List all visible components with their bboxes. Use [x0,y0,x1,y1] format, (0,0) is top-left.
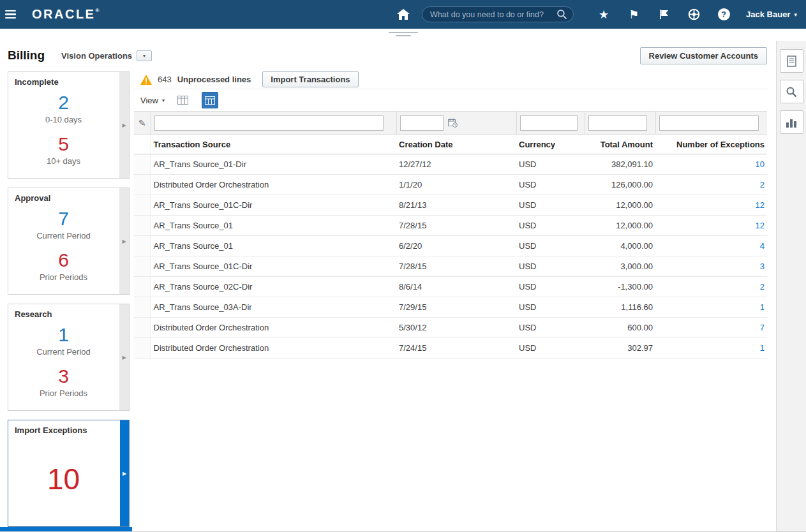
infotile-next-arrow[interactable]: ▶ [119,188,129,294]
registered-mark: ® [95,8,99,13]
row-select-cell[interactable] [134,216,151,236]
exceptions-count-link[interactable]: 12 [756,200,765,210]
business-unit-selector[interactable]: Vision Operations ▾ [61,50,152,61]
watchlist-button[interactable]: ⚑ [625,6,642,24]
exceptions-count-link[interactable]: 10 [756,159,765,169]
infotile[interactable]: Research 1 Current Period 3 Prior Period… [8,304,130,411]
global-search[interactable] [422,6,574,22]
infotile-next-arrow[interactable]: ▶ [119,72,129,178]
row-select-cell[interactable] [134,175,151,195]
row-select-cell[interactable] [134,154,151,175]
cell-currency: USD [516,175,585,195]
row-select-cell[interactable] [134,256,151,277]
tasks-panel-button[interactable] [780,49,803,73]
cell-total-amount: 600.00 [585,318,655,338]
exceptions-count-link[interactable]: 7 [760,323,765,332]
infotile[interactable]: Incomplete 2 0-10 days 5 10+ days ▶ [8,71,130,179]
user-menu[interactable]: Jack Bauer ▾ [746,10,797,19]
table-row[interactable]: AR_Trans Source_01C-Dir 8/21/13 USD 12,0… [134,195,767,216]
filter-cell-amount [585,112,655,135]
view-menu-button[interactable]: View ▾ [140,96,165,105]
row-select-cell[interactable] [134,277,151,297]
table-row[interactable]: Distributed Order Orchestration 1/1/20 U… [134,175,767,195]
cell-transaction-source: AR_Trans Source_01 [151,236,396,256]
cell-number-of-exceptions: 10 [655,154,767,175]
user-name: Jack Bauer [746,10,790,19]
infotile-title: Research [15,309,112,319]
search-panel-button[interactable] [780,80,803,103]
table-row[interactable]: AR_Trans Source_03A-Dir 7/29/15 USD 1,11… [134,297,767,318]
row-select-cell[interactable] [134,236,151,256]
table-filter-row: ✎ [134,112,767,135]
favorites-button[interactable]: ★ [595,6,612,24]
stat-value-primary: 1 [58,324,69,346]
table-row[interactable]: AR_Trans Source_02C-Dir 8/6/14 USD -1,30… [134,277,767,297]
filter-currency-input[interactable] [520,115,578,131]
column-transaction-source[interactable]: Transaction Source [151,135,396,154]
cell-total-amount: 3,000.00 [585,256,655,277]
review-customer-accounts-button[interactable]: Review Customer Accounts [640,47,767,64]
filter-creation-date-input[interactable] [400,115,444,131]
infotile-next-arrow[interactable]: ▶ [119,304,129,410]
home-button[interactable] [395,6,412,24]
exceptions-count-link[interactable]: 4 [760,241,765,251]
table-row[interactable]: Distributed Order Orchestration 5/30/12 … [134,318,767,338]
column-currency[interactable]: Currency [516,135,585,154]
accessibility-button[interactable] [685,6,702,24]
filter-grid-icon [205,96,215,105]
column-total-amount[interactable]: Total Amount [585,135,655,154]
home-icon [397,9,410,20]
table-grid-icon [177,96,188,105]
help-button[interactable]: ? [715,6,732,24]
query-by-example-toggle[interactable] [202,92,218,108]
exceptions-count-link[interactable]: 2 [760,180,765,189]
infotile-title: Incomplete [15,77,112,87]
warning-icon [140,75,152,85]
cell-number-of-exceptions: 12 [655,195,767,216]
exceptions-count-link[interactable]: 1 [760,302,765,312]
exceptions-count-link[interactable]: 3 [760,262,765,271]
filter-exceptions-input[interactable] [659,115,759,131]
table-row[interactable]: AR_Trans Source_01C-Dir 7/28/15 USD 3,00… [134,256,767,277]
reports-panel-button[interactable] [780,110,803,134]
chevron-right-icon: ▶ [122,122,126,128]
exceptions-table: ✎ [134,111,767,358]
cell-currency: USD [516,154,585,175]
row-select-cell[interactable] [134,318,151,338]
chevron-right-icon: ▶ [122,239,126,244]
filter-transaction-source-input[interactable] [154,115,384,131]
cell-total-amount: 1,116.60 [585,297,655,318]
detach-table-button[interactable] [175,92,191,108]
exceptions-count-link[interactable]: 1 [760,343,765,353]
infotile-stats: 7 Current Period 6 Prior Periods [15,208,112,291]
reports-chart-icon [786,117,797,128]
date-picker-button[interactable] [445,115,461,131]
workspace-main: Billing Vision Operations ▾ Review Custo… [0,41,776,532]
table-row[interactable]: AR_Trans Source_01 6/2/20 USD 4,000.00 4 [134,236,767,256]
table-row[interactable]: Distributed Order Orchestration 7/24/15 … [134,338,767,358]
global-search-input[interactable] [430,10,556,19]
exceptions-count-link[interactable]: 12 [756,221,765,230]
row-select-cell[interactable] [134,297,151,318]
filter-total-amount-input[interactable] [588,115,647,131]
infotile[interactable]: Approval 7 Current Period 6 Prior Period… [8,188,130,295]
infotile-scrollbar[interactable] [0,527,132,531]
navigator-menu-icon[interactable] [5,6,22,23]
header-collapse-handle[interactable] [0,29,806,41]
column-creation-date[interactable]: Creation Date [396,135,516,154]
table-row[interactable]: AR_Trans Source_01 7/28/15 USD 12,000.00… [134,216,767,236]
exceptions-count-link[interactable]: 2 [760,282,765,292]
row-select-cell[interactable] [134,195,151,216]
import-transactions-button[interactable]: Import Transactions [262,71,358,87]
stat-label-primary: Current Period [36,231,91,240]
infotile[interactable]: Import Exceptions 10 ▶ [8,420,130,527]
search-icon[interactable] [556,9,567,20]
table-row[interactable]: AR_Trans Source_01-Dir 12/27/12 USD 382,… [134,154,767,175]
notifications-button[interactable] [655,6,672,24]
column-number-of-exceptions[interactable]: Number of Exceptions [655,135,767,154]
row-select-cell[interactable] [134,338,151,358]
infotile-next-arrow[interactable]: ▶ [120,420,129,526]
business-unit-dropdown-button[interactable]: ▾ [137,50,152,61]
cell-number-of-exceptions: 7 [655,318,767,338]
pennant-flag-icon [658,9,669,20]
